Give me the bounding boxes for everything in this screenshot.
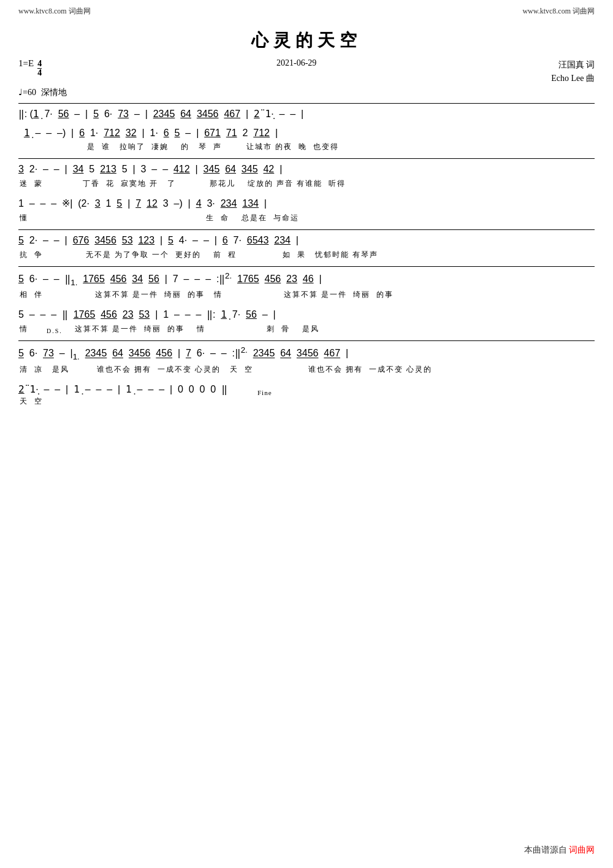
lyrics-8: 清 凉 是风 谁也不会 拥有 一成不变 心灵的 天 空 谁也不会 拥有 一成不变… <box>18 364 595 375</box>
notation-6: 5 6· – – ‖1. 1765 456 34 56 | 7 – – – :‖… <box>18 269 595 290</box>
score-line-5: 5 2· – – | 676 3456 53 123 | 5 4· – – | … <box>18 229 595 260</box>
score-line-9: 2̈ 1̣· – – | 1̣ – – – | 1̣ – – – | 0 0 0… <box>18 381 595 407</box>
score-line-4: 1 – – – ※| (2· 3 1 5 | 7 12 3 –) | 4 3· … <box>18 195 595 223</box>
notation-8: 5 6· 73 – |1. 2345 64 3456 456 | 7 6· – … <box>18 343 595 364</box>
notation-3: 3 2· – – | 34 5 213 5 | 3 – – 412 | 345 … <box>18 161 595 179</box>
right-logo: www.ktvc8.com 词曲网 <box>522 6 595 17</box>
author-info: 汪国真 词 Echo Lee 曲 <box>551 58 595 86</box>
tempo-desc: 深情地 <box>41 87 67 98</box>
music-score: ‖: (1̣ 7· 56 – | 5 6· 73 – | 2345 64 345… <box>18 103 595 407</box>
score-line-1: ‖: (1̣ 7· 56 – | 5 6· 73 – | 2345 64 345… <box>18 103 595 123</box>
notation-1: ‖: (1̣ 7· 56 – | 5 6· 73 – | 2345 64 345… <box>18 106 595 123</box>
notation-7: 5 – – – ‖ 1765 456 23 53 | 1 – – – ‖: 1̣… <box>18 306 595 324</box>
lyrics-6: 相 伴 这算不算 是一件 绮丽 的事 情 这算不算 是一件 绮丽 的事 <box>18 290 595 300</box>
notation-5: 5 2· – – | 676 3456 53 123 | 5 4· – – | … <box>18 232 595 250</box>
footer: 本曲谱源自 词曲网 <box>524 845 595 856</box>
fine-mark: Fine <box>257 389 595 396</box>
time-signature: 4 4 <box>37 60 42 77</box>
lyrics-4: 懂 生 命 总是在 与命运 <box>18 213 595 223</box>
score-line-2: 1̣ – – –) | 6 1· 712 32 | 1· 6 5 – | 671… <box>18 125 595 153</box>
tempo-row: ♩=60 深情地 <box>18 87 595 98</box>
key-signature: 1=E 4 4 <box>18 58 42 77</box>
notation-2: 1̣ – – –) | 6 1· 712 32 | 1· 6 5 – | 671… <box>18 125 595 142</box>
score-line-7: 5 – – – ‖ 1765 456 23 53 | 1 – – – ‖: 1̣… <box>18 306 595 334</box>
lyrics-7: 情 D.S. 这算不算 是一件 绮丽 的事 情 刺 骨 是风 <box>18 324 595 334</box>
lyrics-2: 是 谁 拉响了 凄婉 的 琴 声 让城市 的夜 晚 也变得 <box>18 142 595 152</box>
footer-link[interactable]: 词曲网 <box>569 845 595 855</box>
date: 2021-06-29 <box>42 58 551 68</box>
score-line-8: 5 6· 73 – |1. 2345 64 3456 456 | 7 6· – … <box>18 340 595 375</box>
tempo-mark: ♩=60 <box>18 87 36 98</box>
footer-text: 本曲谱源自 <box>524 845 567 855</box>
lyrics-5: 抗 争 无不是 为了争取 一个 更好的 前 程 如 果 忧郁时能 有琴声 <box>18 250 595 260</box>
left-logo: www.ktvc8.com 词曲网 <box>18 6 91 17</box>
score-line-3: 3 2· – – | 34 5 213 5 | 3 – – 412 | 345 … <box>18 158 595 189</box>
notation-4: 1 – – – ※| (2· 3 1 5 | 7 12 3 –) | 4 3· … <box>18 195 595 213</box>
header-bar: www.ktvc8.com 词曲网 www.ktvc8.com 词曲网 <box>18 6 595 17</box>
lyrics-3: 迷 蒙 丁香 花 寂寞地 开 了 那花儿 绽放的 声音 有谁能 听得 <box>18 179 595 189</box>
score-line-6: 5 6· – – ‖1. 1765 456 34 56 | 7 – – – :‖… <box>18 266 595 301</box>
song-title: 心灵的天空 <box>18 29 595 52</box>
